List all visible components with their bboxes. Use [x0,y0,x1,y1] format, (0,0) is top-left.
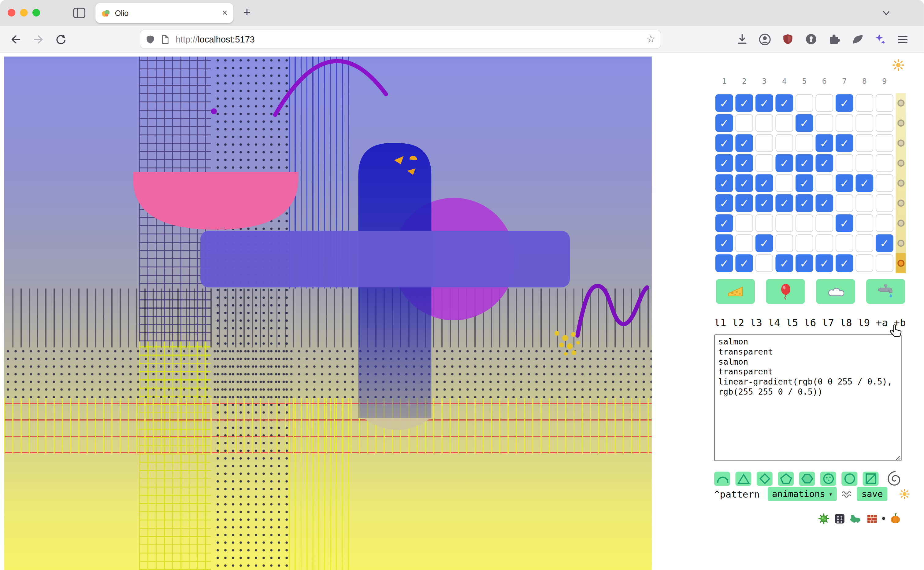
grid-cell-checkbox[interactable]: ✓ [735,174,753,192]
grid-cell-checkbox[interactable]: ✓ [815,134,833,152]
tab-overview-icon[interactable] [72,6,86,20]
grid-cell-checkbox[interactable] [755,214,773,232]
row-knob-icon[interactable] [896,253,906,273]
window-close-button[interactable] [8,9,15,17]
grid-cell-checkbox[interactable] [855,234,873,252]
grid-cell-checkbox[interactable]: ✓ [836,214,853,232]
grid-cell-checkbox[interactable] [855,134,873,152]
tab-close-icon[interactable]: × [222,8,227,18]
grid-cell-checkbox[interactable] [876,254,893,272]
grid-cell-checkbox[interactable] [855,254,873,272]
grid-cell-checkbox[interactable] [815,214,833,232]
grid-cell-checkbox[interactable] [795,134,813,152]
grid-cell-checkbox[interactable] [735,214,753,232]
grid-cell-checkbox[interactable]: ✓ [836,134,853,152]
layer-tab-l1[interactable]: l1 [714,317,726,329]
sun-icon[interactable] [899,489,910,500]
row-knob-icon[interactable] [896,93,906,113]
grid-cell-checkbox[interactable] [855,94,873,112]
layer-tab-l6[interactable]: l6 [804,317,816,329]
layer-tab-l5[interactable]: l5 [786,317,798,329]
window-zoom-button[interactable] [32,9,40,17]
sun-icon[interactable] [892,59,904,74]
grid-cell-checkbox[interactable]: ✓ [876,234,893,252]
grid-cell-checkbox[interactable] [876,174,893,192]
grid-cell-checkbox[interactable]: ✓ [775,195,793,212]
grid-cell-checkbox[interactable] [876,134,893,152]
url-text[interactable]: http://localhost:5173 [176,34,646,44]
grid-cell-checkbox[interactable]: ✓ [735,94,753,112]
grid-cell-checkbox[interactable] [876,154,893,172]
grid-cell-checkbox[interactable] [855,214,873,232]
cheese-button[interactable] [716,279,755,304]
grid-cell-checkbox[interactable] [815,174,833,192]
grid-cell-checkbox[interactable] [876,214,893,232]
menu-icon[interactable] [895,32,910,47]
grid-cell-checkbox[interactable] [755,134,773,152]
grid-cell-checkbox[interactable] [815,114,833,132]
page-info-icon[interactable] [160,34,170,44]
style-list-textarea[interactable]: salmon transparent salmon transparent li… [714,334,902,461]
grid-cell-checkbox[interactable] [795,94,813,112]
grid-cell-checkbox[interactable]: ✓ [715,214,733,232]
grid-cell-checkbox[interactable]: ✓ [715,234,733,252]
grid-cell-checkbox[interactable]: ✓ [795,154,813,172]
grid-cell-checkbox[interactable]: ✓ [795,195,813,212]
grid-cell-checkbox[interactable]: ✓ [836,254,853,272]
grid-cell-checkbox[interactable]: ✓ [775,254,793,272]
grid-cell-checkbox[interactable] [836,195,853,212]
grid-cell-checkbox[interactable]: ✓ [715,114,733,132]
tracking-shield-icon[interactable] [146,34,155,44]
grid-cell-checkbox[interactable] [735,234,753,252]
grid-cell-checkbox[interactable] [836,114,853,132]
grid-cell-checkbox[interactable]: ✓ [815,195,833,212]
grid-cell-checkbox[interactable]: ✓ [795,174,813,192]
grid-cell-checkbox[interactable]: ✓ [715,154,733,172]
grid-cell-checkbox[interactable]: ✓ [755,94,773,112]
grid-cell-checkbox[interactable] [855,154,873,172]
grid-cell-checkbox[interactable]: ✓ [755,195,773,212]
grid-cell-checkbox[interactable]: ✓ [855,174,873,192]
grid-cell-checkbox[interactable]: ✓ [715,174,733,192]
grid-cell-checkbox[interactable]: ✓ [815,254,833,272]
grid-cell-checkbox[interactable] [735,114,753,132]
grid-cell-checkbox[interactable]: ✓ [836,174,853,192]
row-knob-icon[interactable] [896,193,906,213]
grid-cell-checkbox[interactable] [836,154,853,172]
grid-cell-checkbox[interactable] [855,114,873,132]
bookmark-star-icon[interactable]: ☆ [646,33,655,45]
grid-cell-checkbox[interactable]: ✓ [735,195,753,212]
grid-cell-checkbox[interactable] [795,234,813,252]
grid-cell-checkbox[interactable]: ✓ [735,254,753,272]
grid-cell-checkbox[interactable] [836,234,853,252]
grid-cell-checkbox[interactable] [815,234,833,252]
diamond-shape-button[interactable] [757,472,773,486]
grid-cell-checkbox[interactable] [755,154,773,172]
bricks-icon[interactable] [866,513,878,524]
grid-cell-checkbox[interactable] [876,114,893,132]
row-knob-icon[interactable] [896,173,906,193]
grid-cell-checkbox[interactable] [755,114,773,132]
grid-cell-checkbox[interactable]: ✓ [836,94,853,112]
grid-cell-checkbox[interactable] [795,214,813,232]
grid-cell-checkbox[interactable]: ✓ [735,134,753,152]
layer-tab-l2[interactable]: l2 [732,317,744,329]
keyhole-icon[interactable] [803,32,818,47]
browser-tab[interactable]: Olio × [95,3,233,23]
grid-cell-checkbox[interactable]: ✓ [755,174,773,192]
row-knob-icon[interactable] [896,213,906,233]
layer-tab-a[interactable]: +a [876,317,888,329]
grid-cell-checkbox[interactable]: ✓ [775,154,793,172]
grid-cell-checkbox[interactable] [876,94,893,112]
grid-cell-checkbox[interactable] [815,94,833,112]
ublock-shield-icon[interactable] [780,32,795,47]
balloon-button[interactable] [766,279,805,304]
grid-cell-checkbox[interactable] [855,195,873,212]
grid-cell-checkbox[interactable]: ✓ [755,234,773,252]
grid-cell-checkbox[interactable]: ✓ [815,154,833,172]
square-diagonal-shape-button[interactable] [863,472,879,486]
grid-cell-checkbox[interactable] [876,195,893,212]
download-icon[interactable] [734,32,750,47]
grid-cell-checkbox[interactable]: ✓ [715,134,733,152]
layer-tab-l7[interactable]: l7 [822,317,834,329]
